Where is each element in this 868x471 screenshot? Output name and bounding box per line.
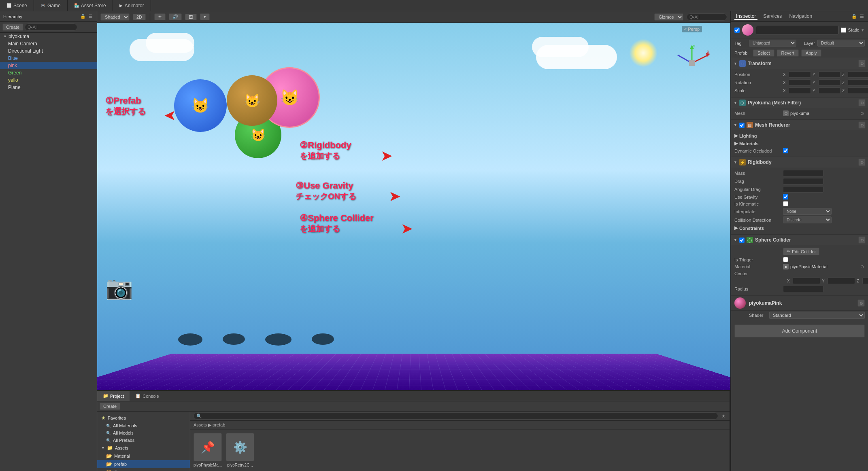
transform-header[interactable]: ▼ ↔ Transform ⚙	[731, 58, 868, 69]
object-name-input[interactable]: pink	[756, 26, 838, 34]
center-y-input[interactable]: 0.2123623	[828, 278, 855, 284]
sc-y-input[interactable]: 0.2	[818, 87, 840, 94]
sphere-collider-settings-icon[interactable]: ⚙	[858, 236, 866, 244]
use-gravity-checkbox[interactable]	[783, 194, 788, 199]
rot-x-input[interactable]: 0	[789, 79, 811, 86]
rigidbody-icon: ⚡	[739, 159, 746, 165]
mesh-renderer-header[interactable]: ▼ ▦ Mesh Renderer ⚙	[731, 120, 868, 130]
tag-select[interactable]: Untagged	[749, 40, 796, 47]
tree-item-yello[interactable]: yello	[0, 76, 97, 84]
material-settings-icon[interactable]: ⚙	[857, 299, 865, 307]
tab-asset-store[interactable]: 🏪 Asset Store	[68, 0, 113, 11]
rigidbody-settings-icon[interactable]: ⚙	[858, 159, 866, 166]
shading-select[interactable]: Shaded	[100, 13, 130, 21]
layer-select[interactable]: Default	[817, 40, 865, 47]
fav-item-prefabs[interactable]: 🔍 All Prefabs	[97, 437, 190, 444]
project-star-button[interactable]: ★	[721, 414, 726, 419]
fx-toggle[interactable]: 🖼	[185, 14, 197, 20]
asset-item-scenes[interactable]: 📂 Scenes	[97, 468, 190, 471]
tab-animator[interactable]: ▶ Animator	[113, 0, 151, 11]
angular-drag-input[interactable]: 0.05	[783, 186, 823, 193]
shader-select[interactable]: Standard	[769, 312, 865, 319]
scene-options[interactable]: ▾	[200, 13, 210, 20]
insp-tab-inspector[interactable]: Inspector	[734, 13, 757, 20]
mesh-filter-settings-icon[interactable]: ⚙	[858, 99, 866, 106]
rigidbody-header[interactable]: ▼ ⚡ Rigidbody ⚙	[731, 157, 868, 168]
drag-input[interactable]: 0	[783, 178, 823, 185]
rot-y-input[interactable]: 180	[818, 79, 840, 86]
lighting-section[interactable]: ▶ Lighting	[734, 132, 865, 140]
scene-search-input[interactable]	[687, 13, 727, 21]
char-green-face: 😺	[251, 128, 266, 142]
tree-item-plane[interactable]: Plane	[0, 84, 97, 91]
asset-item-prefab[interactable]: 📂 prefab	[97, 460, 190, 468]
tab-scene[interactable]: ⬜ Scene	[0, 0, 34, 11]
radius-input[interactable]: 5	[783, 286, 823, 292]
sc-x-input[interactable]: 0.2	[789, 87, 811, 94]
fav-all-materials: All Materials	[113, 423, 137, 428]
tree-item-pink[interactable]: pink	[0, 62, 97, 69]
inspector-menu-icon[interactable]: ☰	[859, 14, 865, 19]
hierarchy-search-input[interactable]	[25, 23, 77, 31]
pos-y-input[interactable]: 5.23	[818, 71, 840, 78]
add-component-button[interactable]: Add Component	[734, 325, 865, 337]
transform-settings-icon[interactable]: ⚙	[858, 60, 866, 67]
center-x-input[interactable]: -0.056604	[793, 278, 820, 284]
pos-x-input[interactable]: 3.28	[789, 71, 811, 78]
gizmos-select[interactable]: Gizmos	[654, 13, 683, 21]
tree-item-green[interactable]: Green	[0, 69, 97, 76]
edit-collider-button[interactable]: ✏ Edit Collider	[783, 248, 819, 255]
tree-item-piyokuma[interactable]: ▼ piyokuma	[0, 33, 97, 40]
prefab-select-button[interactable]: Select	[753, 49, 774, 57]
insp-tab-navigation[interactable]: Navigation	[787, 13, 814, 20]
assets-group[interactable]: ▼ 📁 Assets	[97, 444, 190, 452]
fav-item-models[interactable]: 🔍 All Models	[97, 429, 190, 437]
collision-detection-select[interactable]: Discrete	[783, 216, 832, 223]
static-checkbox[interactable]	[841, 28, 846, 33]
hierarchy-lock-icon[interactable]: 🔒	[79, 14, 87, 19]
tab-project[interactable]: 📁 Project	[97, 391, 130, 401]
favorites-group[interactable]: ★ Favorites	[97, 414, 190, 422]
asset-item-piyophysic[interactable]: 📌 piyoPhysicMa...	[194, 433, 222, 467]
sc-z-input[interactable]: 0.2	[848, 87, 868, 94]
audio-toggle[interactable]: 🔊	[169, 13, 182, 20]
tab-game[interactable]: 🎮 Game	[34, 0, 68, 11]
mass-input[interactable]: 1	[783, 170, 823, 176]
asset-item-piyoretry[interactable]: ⚙️ piyoRetry2C...	[226, 433, 254, 467]
pos-z-input[interactable]: -2.93	[848, 71, 868, 78]
hierarchy-menu-icon[interactable]: ☰	[88, 14, 94, 19]
prefab-revert-button[interactable]: Revert	[777, 49, 799, 57]
center-z-input[interactable]: -1.012305	[862, 278, 868, 284]
mesh-renderer-checkbox[interactable]	[739, 123, 745, 128]
insp-tab-services[interactable]: Services	[762, 13, 783, 20]
tree-item-main-camera[interactable]: Main Camera	[0, 40, 97, 47]
2d-button[interactable]: 2D	[133, 14, 146, 20]
sphere-collider-header[interactable]: ▼ ◯ Sphere Collider ⚙	[731, 235, 868, 245]
project-create-button[interactable]: Create	[100, 403, 120, 410]
hierarchy-create-button[interactable]: Create	[2, 23, 23, 31]
collider-material-picker[interactable]: ⊙	[859, 264, 865, 269]
prefab-apply-button[interactable]: Apply	[801, 49, 821, 57]
inspector-lock-icon[interactable]: 🔒	[851, 14, 858, 19]
tab-console[interactable]: 📋 Console	[130, 391, 164, 401]
tree-item-directional-light[interactable]: Directional Light	[0, 47, 97, 55]
static-dropdown-button[interactable]: ▾	[861, 28, 865, 33]
inspector-header-icons: 🔒 ☰	[851, 14, 865, 19]
is-trigger-checkbox[interactable]	[783, 257, 788, 262]
materials-section[interactable]: ▶ Materials	[734, 140, 865, 147]
mesh-picker-button[interactable]: ⊙	[859, 111, 865, 116]
object-active-checkbox[interactable]	[734, 28, 740, 33]
rot-z-input[interactable]: 0	[848, 79, 868, 86]
mesh-renderer-settings-icon[interactable]: ⚙	[858, 121, 866, 129]
sphere-collider-checkbox[interactable]	[739, 238, 745, 243]
lighting-toggle[interactable]: ☀	[154, 13, 166, 20]
tree-item-blue[interactable]: Blue	[0, 55, 97, 62]
fav-item-materials[interactable]: 🔍 All Materials	[97, 422, 190, 429]
is-kinematic-checkbox[interactable]	[783, 201, 788, 206]
dynamic-occluded-checkbox[interactable]	[783, 148, 788, 153]
interpolate-select[interactable]: None	[783, 208, 832, 215]
asset-item-material[interactable]: 📂 Material	[97, 452, 190, 460]
constraints-section[interactable]: ▶ Constraints	[734, 224, 865, 232]
project-search-input[interactable]	[194, 412, 718, 420]
mesh-filter-header[interactable]: ▼ ⬡ Piyokuma (Mesh Filter) ⚙	[731, 98, 868, 108]
